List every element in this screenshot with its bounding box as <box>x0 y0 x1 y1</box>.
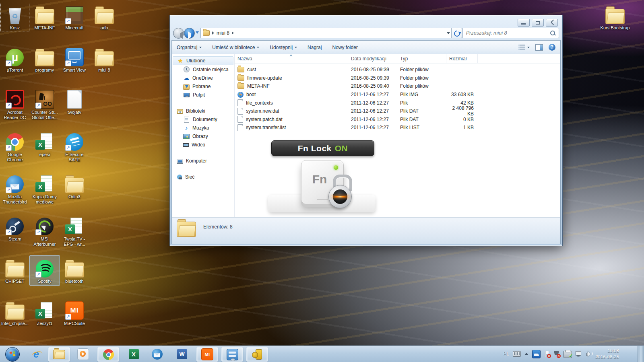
taskbar-mi-flash[interactable] <box>221 347 243 362</box>
help-button[interactable]: ? <box>549 44 555 51</box>
search-input[interactable] <box>463 30 550 36</box>
taskbar-chrome[interactable] <box>97 347 119 362</box>
column-header-rozmiar[interactable]: Rozmiar <box>446 54 478 63</box>
sidebar-item-biblioteki[interactable]: Biblioteki <box>172 107 234 115</box>
steam-icon <box>0 214 30 235</box>
desktop-icon-miui8[interactable]: miui 8 <box>89 45 119 74</box>
desktop-icon-twoja-tv-epg[interactable]: Twoja.TV - EPG - wr... <box>60 214 89 248</box>
start-button[interactable] <box>5 347 20 362</box>
menu-udostepnij[interactable]: Udostępnij <box>270 45 297 50</box>
language-indicator[interactable]: PL <box>503 351 509 357</box>
file-row-meta-inf[interactable]: META-INF 2016-08-25 09:40 Folder plików <box>235 82 560 90</box>
breadcrumb-arrow-icon[interactable] <box>232 31 234 35</box>
column-header-nazwa[interactable]: Nazwa <box>235 54 348 63</box>
minimize-button[interactable] <box>518 19 530 27</box>
sidebar-item-pulpit[interactable]: Pulpit <box>172 90 234 99</box>
desktop-icon-twojatv[interactable]: twojatv <box>60 87 89 116</box>
file-row-cust[interactable]: cust 2016-08-25 09:39 Folder plików <box>235 66 560 74</box>
keyboard-layout-icon[interactable] <box>513 351 521 357</box>
sidebar-item-ostatnie-miejsca[interactable]: Ostatnie miejsca <box>172 65 234 74</box>
desktop-icon-thunderbird[interactable]: Mozilla Thunderbird <box>0 171 30 206</box>
close-button[interactable] <box>546 19 558 27</box>
address-dropdown-icon[interactable] <box>447 32 450 34</box>
taskbar-mi-pc-suite[interactable]: MI <box>196 347 218 362</box>
sidebar-item-pobrane[interactable]: Pobrane <box>172 82 234 90</box>
history-dropdown-icon[interactable] <box>196 31 199 34</box>
file-row-system-transfer-list[interactable]: system.transfer.list 2011-12-06 12:27 Pl… <box>235 123 560 132</box>
desktop-icon-mipcsuite[interactable]: MiPCSuite <box>60 298 89 327</box>
restore-button[interactable] <box>532 19 544 27</box>
desktop-icon-minecraft[interactable]: Minecraft <box>60 2 89 32</box>
menu-nowy-folder[interactable]: Nowy folder <box>332 45 357 50</box>
action-center-alert-icon[interactable] <box>544 350 550 358</box>
taskbar-media-player[interactable] <box>76 347 90 361</box>
menu-nagraj[interactable]: Nagraj <box>308 45 322 50</box>
desktop-icon-zeszyt1[interactable]: Zeszyt1 <box>30 298 60 327</box>
desktop-icon-label: F-Secure SAFE <box>60 152 89 162</box>
taskbar-windows-explorer[interactable] <box>48 347 70 362</box>
taskbar-excel[interactable]: X <box>126 347 141 361</box>
desktop-icon-label: twojatv <box>60 110 89 115</box>
volume-icon[interactable] <box>586 351 593 357</box>
address-bar[interactable]: miui 8 <box>200 28 453 38</box>
device-ready-icon[interactable] <box>564 351 572 358</box>
desktop-icon-odin3[interactable]: Odin3 <box>60 171 89 201</box>
desktop-icon-msi-afterburner[interactable]: MSI Afterburner <box>30 214 60 248</box>
desktop-icon-acrobat[interactable]: Acrobat Reader DC <box>0 87 30 121</box>
desktop-icon-chrome[interactable]: Google Chrome <box>0 129 30 164</box>
menu-organizuj[interactable]: Organizuj <box>177 45 202 50</box>
forward-button[interactable] <box>184 28 195 39</box>
desktop-icon-epesi[interactable]: epesi <box>30 129 60 158</box>
file-row-file-contexts[interactable]: file_contexts 2011-12-06 12:27 Plik 42 K… <box>235 99 560 107</box>
sidebar-item-muzyka[interactable]: Muzyka <box>172 123 234 132</box>
taskbar-internet-explorer[interactable]: e <box>29 347 43 361</box>
taskbar-word[interactable]: W <box>175 347 189 361</box>
desktop-icon-fsecure[interactable]: F-Secure SAFE <box>60 129 89 164</box>
show-desktop-button[interactable] <box>638 346 644 362</box>
column-header-typ[interactable]: Typ <box>397 54 446 63</box>
back-button[interactable] <box>173 28 184 39</box>
hidden-icons-chevron-icon[interactable] <box>524 353 528 355</box>
sidebar-item-label: Biblioteki <box>186 108 205 114</box>
taskbar-clock[interactable]: 10:08 2016-08-25 <box>595 348 619 360</box>
taskbar-phone-transfer[interactable] <box>246 347 268 362</box>
desktop-icon-kurs-bootstrap[interactable]: Kurs Bootstrap <box>599 2 631 32</box>
change-view-button[interactable] <box>518 45 530 50</box>
desktop-icon-adb[interactable]: adb <box>89 2 119 32</box>
desktop-icon-spotify[interactable]: Spotify <box>29 255 60 286</box>
sidebar-item-komputer[interactable]: Komputer <box>172 156 234 165</box>
desktop-icon-steam[interactable]: Steam <box>0 214 30 243</box>
column-header-data-modyfikacji[interactable]: Data modyfikacji <box>348 54 397 63</box>
desktop-icon-chipset[interactable]: CHIPSET <box>0 256 30 285</box>
taskbar-thunderbird[interactable] <box>150 347 164 361</box>
desktop-icon-label: Kurs Bootstrap <box>599 25 631 31</box>
desktop-icon-meta-inf[interactable]: META-INF <box>30 2 60 32</box>
refresh-button[interactable] <box>451 28 462 38</box>
network-status-icon[interactable] <box>576 351 583 357</box>
desktop-icon-kosz[interactable]: Kosz <box>0 2 30 32</box>
desktop-icon-smart-view[interactable]: Smart View <box>60 45 89 74</box>
file-row-system-patch-dat[interactable]: system.patch.dat 2011-12-06 12:27 Plik D… <box>235 115 560 124</box>
sidebar-item-ulubione[interactable]: Ulubione <box>173 56 233 65</box>
driver-utility-icon[interactable] <box>532 350 541 358</box>
desktop-icon-utorrent[interactable]: µTorrent <box>0 45 30 74</box>
breadcrumb[interactable]: miui 8 <box>217 30 229 36</box>
preview-pane-button[interactable] <box>535 44 543 51</box>
file-type: Plik DAT <box>397 117 446 122</box>
desktop-icon-csgo[interactable]: Counter-Str... Global Offe... <box>30 87 60 121</box>
explorer-window[interactable]: miui 8 Organizuj Umieść w bibliotece <box>169 15 563 246</box>
file-row-boot[interactable]: boot 2011-12-06 12:27 Plik IMG 33 608 KB <box>235 90 560 99</box>
desktop-icon-programy[interactable]: programy <box>30 45 60 74</box>
desktop-icon-bluetooth[interactable]: bluetooth <box>60 256 89 285</box>
sidebar-item-dokumenty[interactable]: Dokumenty <box>172 115 234 123</box>
desktop-icon-kopia-domy[interactable]: Kopia Domy mediowe <box>30 171 60 206</box>
desktop-icon-intel-chipset[interactable]: Intel_chipse... <box>0 298 30 327</box>
sidebar-item-obrazy[interactable]: Obrazy <box>172 132 234 140</box>
device-disconnected-icon[interactable] <box>553 350 560 358</box>
menu-umiesc-w-bibliotece[interactable]: Umieść w bibliotece <box>212 45 259 50</box>
sidebar-item-wideo[interactable]: Wideo <box>172 140 234 149</box>
file-row-system-new-dat[interactable]: system.new.dat 2011-12-06 12:27 Plik DAT… <box>235 107 560 115</box>
sidebar-item-siec[interactable]: Sieć <box>172 173 234 181</box>
sidebar-item-onedrive[interactable]: OneDrive <box>172 74 234 82</box>
file-row-firmware-update[interactable]: firmware-update 2016-08-25 09:39 Folder … <box>235 74 560 82</box>
